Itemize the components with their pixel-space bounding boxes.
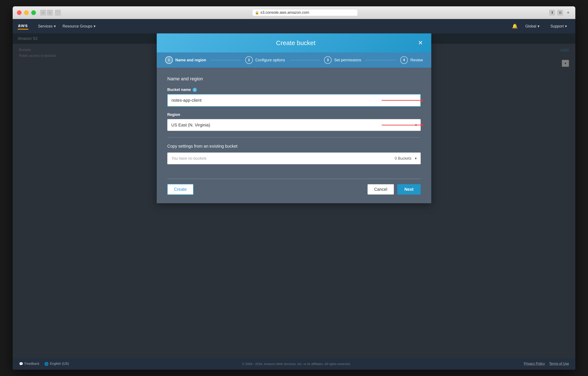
- services-dropdown-icon: ▾: [54, 24, 56, 29]
- aws-logo: aws: [18, 23, 28, 30]
- step-2[interactable]: 2 Configure options: [245, 56, 285, 64]
- browser-toolbar-right: ⬆ ⧉ +: [549, 10, 571, 16]
- modal-body: Name and region Bucket name i: [157, 68, 431, 179]
- step-3-label: Set permissions: [334, 58, 361, 62]
- step-2-circle: 2: [245, 56, 253, 64]
- new-tab-button[interactable]: +: [565, 10, 571, 16]
- modal-overlay: Create bucket ✕ 1 Name and region 2: [13, 33, 575, 358]
- step-2-label: Configure options: [255, 58, 285, 62]
- copy-placeholder: You have no buckets: [171, 156, 207, 161]
- modal-footer: Create Cancel Next: [157, 179, 431, 203]
- modal-stepper: 1 Name and region 2 Configure options: [157, 53, 431, 68]
- browser-window: ‹ › 🔒 s3.console.aws.amazon.com ⬆ ⧉ + aw…: [13, 6, 575, 370]
- create-bucket-modal: Create bucket ✕ 1 Name and region 2: [157, 33, 431, 203]
- region-select-wrapper: US East (N. Virginia) US East (Ohio) US …: [167, 119, 421, 131]
- url-text: s3.console.aws.amazon.com: [260, 10, 309, 15]
- minimize-button[interactable]: [24, 10, 29, 15]
- footer-right-buttons: Cancel Next: [368, 184, 421, 195]
- step-3-circle: 3: [324, 56, 332, 64]
- mac-window-controls: [17, 10, 36, 15]
- copy-count: 0 Buckets: [395, 156, 411, 161]
- copy-chevron-icon: ▾: [415, 156, 417, 161]
- modal-title: Create bucket: [174, 39, 418, 46]
- global-dropdown-icon: ▾: [537, 24, 539, 29]
- share-button[interactable]: ⬆: [549, 10, 555, 16]
- create-button[interactable]: Create: [167, 184, 193, 195]
- mac-titlebar: ‹ › 🔒 s3.console.aws.amazon.com ⬆ ⧉ +: [13, 6, 575, 19]
- step-4[interactable]: 4 Review: [400, 56, 423, 64]
- maximize-button[interactable]: [31, 10, 36, 15]
- aws-navbar: aws Services ▾ Resource Groups ▾ 🔔 Globa…: [13, 19, 575, 33]
- step-3[interactable]: 3 Set permissions: [324, 56, 361, 64]
- back-button[interactable]: ‹: [40, 10, 46, 16]
- language-item[interactable]: 🌐 English (US): [44, 362, 69, 366]
- region-label: Region: [167, 112, 421, 117]
- footer-buttons: Create Cancel Next: [167, 184, 421, 195]
- browser-nav-buttons: ‹ ›: [40, 10, 53, 16]
- modal-close-button[interactable]: ✕: [418, 40, 423, 46]
- sidebar-button[interactable]: [55, 10, 61, 16]
- modal-header: Create bucket ✕: [157, 33, 431, 53]
- services-nav-item[interactable]: Services ▾: [38, 24, 56, 29]
- region-group: Region US East (N. Virginia) US East (Oh…: [167, 112, 421, 131]
- next-button[interactable]: Next: [397, 184, 421, 195]
- url-bar: 🔒 s3.console.aws.amazon.com: [65, 9, 545, 16]
- forward-button[interactable]: ›: [47, 10, 53, 16]
- resource-groups-dropdown-icon: ▾: [94, 24, 95, 29]
- aws-logo-text: aws: [18, 23, 28, 28]
- globe-icon: 🌐: [44, 362, 49, 366]
- lock-icon: 🔒: [255, 11, 259, 15]
- support-dropdown-icon: ▾: [565, 24, 567, 29]
- form-divider: [167, 137, 421, 137]
- step-1[interactable]: 1 Name and region: [165, 56, 206, 64]
- feedback-item[interactable]: 💬 Feedback: [19, 362, 39, 366]
- bucket-name-input[interactable]: [167, 94, 421, 107]
- footer-left: 💬 Feedback 🌐 English (US): [19, 362, 69, 366]
- terms-of-use-link[interactable]: Terms of Use: [549, 362, 569, 366]
- bucket-name-group: Bucket name i: [167, 88, 421, 107]
- url-input-wrapper[interactable]: 🔒 s3.console.aws.amazon.com: [252, 9, 358, 16]
- global-nav-item[interactable]: Global ▾: [525, 24, 539, 29]
- step-divider-2: [289, 60, 320, 60]
- copy-settings-label: Copy settings from an existing bucket: [167, 144, 421, 149]
- copy-bucket-select[interactable]: You have no buckets 0 Buckets ▾: [167, 153, 421, 164]
- footer-divider: [167, 179, 421, 179]
- aws-logo-underline: [18, 29, 28, 30]
- notifications-icon[interactable]: 🔔: [512, 23, 518, 29]
- privacy-policy-link[interactable]: Privacy Policy: [524, 362, 545, 366]
- step-divider-3: [365, 60, 396, 60]
- section-title: Name and region: [167, 76, 421, 82]
- step-1-label: Name and region: [175, 58, 206, 62]
- bucket-name-label: Bucket name i: [167, 88, 421, 92]
- copy-settings-group: Copy settings from an existing bucket Yo…: [167, 144, 421, 164]
- cancel-button[interactable]: Cancel: [368, 184, 394, 195]
- support-nav-item[interactable]: Support ▾: [550, 24, 567, 29]
- region-select[interactable]: US East (N. Virginia) US East (Ohio) US …: [167, 119, 421, 131]
- feedback-icon: 💬: [19, 362, 23, 366]
- new-window-button[interactable]: ⧉: [557, 10, 563, 16]
- footer-copyright: © 2008 - 2018, Amazon Web Services, Inc.…: [242, 362, 351, 366]
- footer-right: Privacy Policy Terms of Use: [524, 362, 569, 366]
- bucket-name-input-wrapper: [167, 94, 421, 107]
- step-4-label: Review: [410, 58, 423, 62]
- resource-groups-nav-item[interactable]: Resource Groups ▾: [63, 24, 95, 29]
- aws-content: Amazon S3 Learn Buckets Public access is…: [13, 33, 575, 358]
- step-divider-1: [210, 60, 241, 60]
- bucket-name-info-icon[interactable]: i: [193, 88, 197, 92]
- close-button[interactable]: [17, 10, 21, 15]
- step-4-circle: 4: [400, 56, 408, 64]
- step-1-circle: 1: [165, 56, 173, 64]
- aws-navbar-right: 🔔 Global ▾ Support ▾: [512, 23, 570, 29]
- aws-footer: 💬 Feedback 🌐 English (US) © 2008 - 2018,…: [13, 358, 575, 370]
